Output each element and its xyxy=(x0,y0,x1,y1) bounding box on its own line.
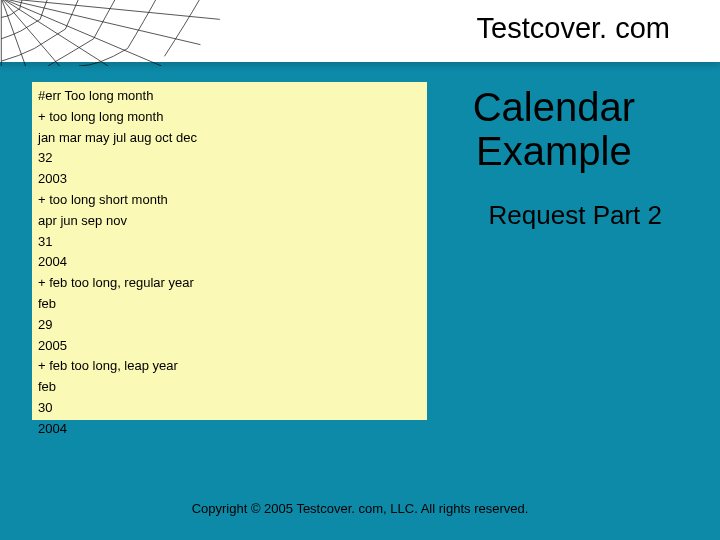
title-line-2: Example xyxy=(473,129,635,173)
code-line: 32 xyxy=(38,148,419,169)
code-line: + too long long month xyxy=(38,107,419,128)
code-line: 29 xyxy=(38,315,419,336)
code-line: + feb too long, regular year xyxy=(38,273,419,294)
code-line: feb xyxy=(38,294,419,315)
code-line: + feb too long, leap year xyxy=(38,356,419,377)
code-listing: #err Too long month + too long long mont… xyxy=(32,82,427,420)
svg-line-2 xyxy=(1,0,200,45)
code-line: feb xyxy=(38,377,419,398)
svg-line-6 xyxy=(1,0,25,66)
code-line: apr jun sep nov xyxy=(38,211,419,232)
code-line: 30 xyxy=(38,398,419,419)
copyright-footer: Copyright © 2005 Testcover. com, LLC. Al… xyxy=(0,501,720,516)
code-line: + too long short month xyxy=(38,190,419,211)
code-line: jan mar may jul aug oct dec xyxy=(38,128,419,149)
header-bar: Testcover. com xyxy=(0,0,720,62)
code-line: 2004 xyxy=(38,419,419,440)
code-line: 2005 xyxy=(38,336,419,357)
brand-title: Testcover. com xyxy=(477,12,670,45)
page-subtitle: Request Part 2 xyxy=(489,200,662,231)
code-line: 31 xyxy=(38,232,419,253)
svg-line-1 xyxy=(1,0,220,19)
code-line: 2004 xyxy=(38,252,419,273)
spiderweb-icon xyxy=(0,0,228,66)
page-title: Calendar Example xyxy=(473,85,635,173)
code-line: #err Too long month xyxy=(38,86,419,107)
title-line-1: Calendar xyxy=(473,85,635,129)
svg-line-3 xyxy=(1,0,161,66)
code-line: 2003 xyxy=(38,169,419,190)
